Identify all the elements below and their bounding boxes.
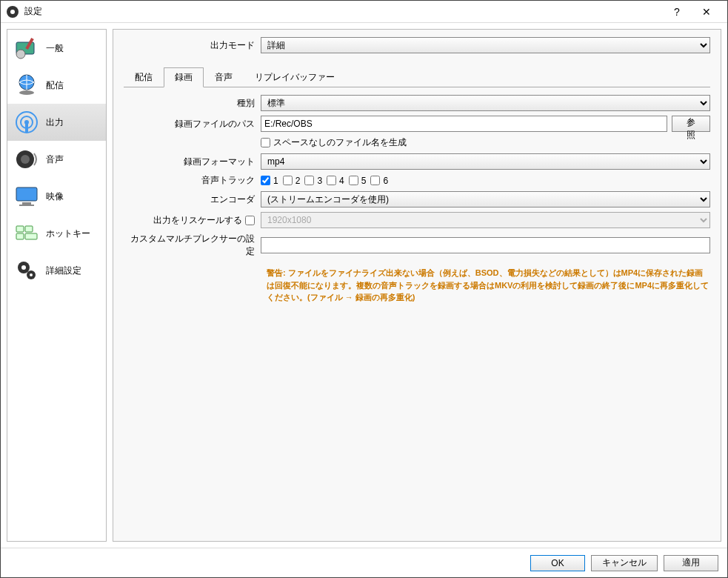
globe-icon: [12, 70, 41, 100]
sidebar-item-video[interactable]: 映像: [7, 178, 106, 215]
nospace-label: スペースなしのファイル名を生成: [273, 136, 407, 149]
mux-label: カスタムマルチプレクサーの設定: [124, 233, 261, 258]
cancel-button[interactable]: キャンセル: [591, 555, 658, 571]
nospace-checkbox-input[interactable]: [261, 138, 270, 147]
track-3[interactable]: 3: [304, 176, 322, 186]
rescale-select: 1920x1080: [261, 212, 710, 228]
path-input[interactable]: [261, 116, 667, 132]
type-label: 種別: [124, 97, 261, 110]
sidebar-item-output[interactable]: 出力: [7, 104, 106, 141]
path-label: 録画ファイルのパス: [124, 118, 261, 130]
tracks-label: 音声トラック: [124, 174, 261, 187]
sidebar-item-audio[interactable]: 音声: [7, 141, 106, 178]
nospace-checkbox[interactable]: スペースなしのファイル名を生成: [261, 136, 407, 149]
svg-point-4: [19, 90, 34, 95]
mp4-warning: 警告: ファイルをファイナライズ出来ない場合（例えば、BSOD、電力損失などの結…: [267, 267, 710, 304]
main-panel: 出力モード 詳細 配信 録画 音声 リプレイバッファー 種別 標準 録画ファイル…: [113, 29, 721, 542]
svg-rect-12: [22, 202, 31, 205]
track-4[interactable]: 4: [327, 176, 344, 186]
format-select[interactable]: mp4: [261, 153, 710, 170]
monitor-icon: [12, 182, 41, 211]
track-2[interactable]: 2: [283, 176, 301, 186]
sidebar-item-label: 配信: [46, 79, 64, 92]
sidebar-item-general[interactable]: 一般: [7, 30, 106, 67]
svg-rect-15: [25, 226, 33, 232]
tracks-group: 1 2 3 4 5 6: [261, 176, 710, 186]
apply-button[interactable]: 適用: [664, 555, 718, 571]
encoder-select[interactable]: (ストリームエンコーダを使用): [261, 191, 710, 207]
output-mode-select[interactable]: 詳細: [261, 37, 710, 53]
rescale-checkbox[interactable]: [245, 216, 255, 225]
ok-button[interactable]: OK: [530, 555, 585, 571]
mux-input[interactable]: [261, 237, 710, 253]
speaker-icon: [12, 144, 41, 174]
svg-point-1: [16, 50, 25, 59]
encoder-label: エンコーダ: [124, 193, 261, 206]
tabs: 配信 録画 音声 リプレイバッファー: [124, 67, 710, 87]
svg-point-21: [30, 273, 33, 276]
svg-point-19: [21, 265, 26, 270]
sidebar-item-label: 映像: [46, 190, 64, 203]
sidebar-item-advanced[interactable]: 詳細設定: [7, 252, 106, 289]
track-5[interactable]: 5: [349, 176, 367, 186]
sidebar-item-label: 音声: [46, 153, 64, 166]
svg-rect-17: [25, 233, 37, 239]
svg-rect-13: [19, 205, 34, 206]
window-title: 設定: [24, 5, 662, 18]
format-label: 録画フォーマット: [124, 156, 261, 168]
help-button[interactable]: ?: [662, 1, 692, 22]
app-icon: [7, 6, 19, 18]
sidebar-item-stream[interactable]: 配信: [7, 67, 106, 104]
rescale-label: 出力をリスケールする: [153, 214, 242, 227]
svg-rect-11: [16, 187, 37, 201]
sidebar-item-label: 出力: [46, 116, 64, 129]
sidebar-item-label: 詳細設定: [46, 265, 81, 277]
sidebar: 一般 配信 出力 音声 映像 ホットキー 詳細設定: [7, 29, 107, 542]
gears-icon: [12, 256, 41, 285]
footer: OK キャンセル 適用: [1, 548, 727, 577]
type-select[interactable]: 標準: [261, 95, 710, 111]
track-1[interactable]: 1: [261, 176, 278, 186]
svg-rect-14: [16, 226, 24, 232]
titlebar: 設定 ? ✕: [1, 1, 727, 23]
wrench-icon: [12, 33, 41, 63]
tab-stream[interactable]: 配信: [124, 67, 164, 87]
tab-replay[interactable]: リプレイバッファー: [244, 67, 346, 87]
tab-recording[interactable]: 録画: [164, 67, 204, 87]
keyboard-icon: [12, 219, 41, 248]
output-mode-label: 出力モード: [124, 39, 261, 52]
track-6[interactable]: 6: [370, 176, 388, 186]
broadcast-icon: [12, 107, 41, 137]
close-button[interactable]: ✕: [692, 1, 721, 22]
svg-rect-8: [25, 124, 28, 133]
sidebar-item-hotkeys[interactable]: ホットキー: [7, 215, 106, 252]
browse-button[interactable]: 参照: [672, 116, 710, 132]
output-mode-row: 出力モード 詳細: [124, 37, 710, 53]
sidebar-item-label: 一般: [46, 42, 64, 55]
svg-point-10: [21, 155, 30, 164]
body: 一般 配信 出力 音声 映像 ホットキー 詳細設定 出力モード 詳: [1, 23, 727, 548]
svg-rect-16: [16, 233, 24, 239]
sidebar-item-label: ホットキー: [46, 227, 90, 240]
tab-audio[interactable]: 音声: [204, 67, 244, 87]
